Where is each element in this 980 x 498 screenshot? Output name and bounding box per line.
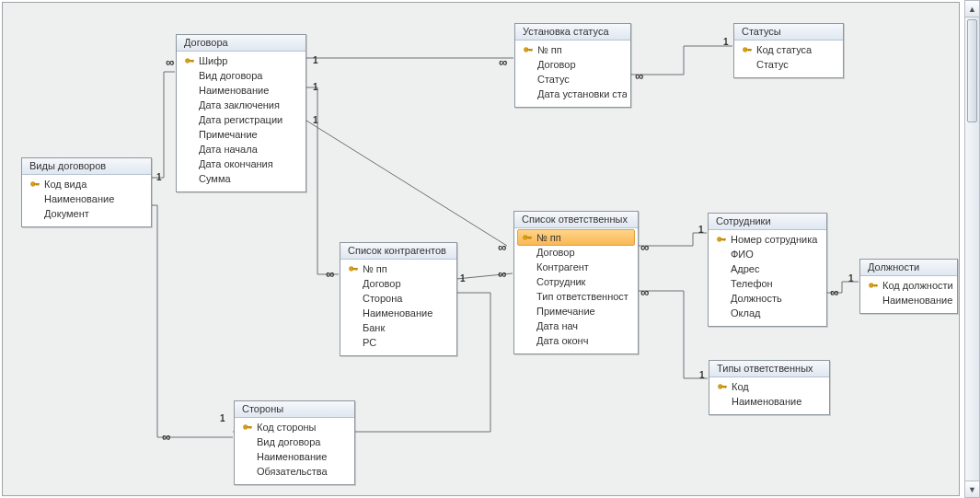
field[interactable]: Дата нач [518,318,634,333]
field[interactable]: Договор [344,276,453,291]
field[interactable]: Наименование [713,394,825,409]
field-pk[interactable]: № пп [344,261,453,276]
field[interactable]: Примечание [180,127,302,142]
table-dogovora[interactable]: ДоговораШифрВид договораНаименованиеДата… [176,34,306,192]
table-title[interactable]: Виды договоров [22,158,151,175]
field[interactable]: Дата регистрации [180,112,302,127]
table-storony[interactable]: СтороныКод стороныВид договораНаименован… [234,400,355,485]
field[interactable]: Сумма [180,171,302,186]
field[interactable]: Сотрудник [518,274,634,289]
vertical-scrollbar[interactable]: ▲ ▼ [964,0,980,498]
field-label: Наименование [732,395,801,408]
field[interactable]: Телефон [712,276,823,291]
table-ustanovka-statusa[interactable]: Установка статуса№ ппДоговорСтатусДата у… [514,23,631,108]
svg-rect-19 [354,268,355,270]
field[interactable]: Наименование [238,449,351,464]
field[interactable]: Оклад [712,306,823,320]
field[interactable]: Договор [519,57,627,72]
table-tipy-otvetstvennyh[interactable]: Типы ответственныхКодНаименование [709,360,830,415]
field[interactable]: Дата оконч [518,333,634,348]
field[interactable]: Наименование [180,83,302,98]
field[interactable]: Дата заключения [180,98,302,112]
field-label: Адрес [731,262,760,275]
svg-rect-38 [725,386,726,388]
svg-rect-14 [750,49,751,51]
cardinality-one: 1 [220,414,225,423]
table-spisok-kontragentov[interactable]: Список контрагентов№ ппДоговорСторонаНаи… [340,242,457,356]
cardinality-many: ∞ [635,72,643,81]
table-title[interactable]: Договора [177,35,306,52]
cardinality-many: ∞ [498,243,506,252]
field[interactable]: Вид договора [180,68,302,83]
table-title[interactable]: Стороны [235,401,354,418]
field-pk[interactable]: Номер сотрудника [712,232,823,247]
cardinality-one: 1 [460,274,466,284]
table-title[interactable]: Сотрудники [709,214,826,230]
field[interactable]: Дата установки стат [519,87,627,101]
field[interactable]: Статус [519,72,627,87]
table-title[interactable]: Установка статуса [515,24,630,41]
field-label: Код статуса [756,43,812,56]
field[interactable]: Наименование [26,191,147,206]
table-sotrudniki[interactable]: СотрудникиНомер сотрудникаФИОАдресТелефо… [708,213,827,327]
field[interactable]: Наименование [344,306,453,320]
field-label: № пп [536,231,561,244]
field-label: Документ [44,207,89,220]
field-pk[interactable]: Шифр [180,53,302,68]
svg-rect-6 [192,60,193,62]
svg-rect-31 [722,238,723,240]
scroll-up-button[interactable]: ▲ [965,1,979,17]
field[interactable]: Контрагент [518,260,634,274]
table-spisok-otvetstvennyh[interactable]: Список ответственных№ ппДоговорКонтраген… [513,211,639,354]
scroll-down-button[interactable]: ▼ [965,481,979,497]
field[interactable]: Тип ответственност [518,289,634,304]
field-pk[interactable]: № пп [517,229,635,246]
svg-rect-26 [530,237,531,238]
field-pk[interactable]: Код [713,379,825,394]
field-pk[interactable]: Код стороны [238,420,351,434]
table-title[interactable]: Типы ответственных [709,361,829,377]
relationships-canvas[interactable]: Виды договоровКод видаНаименованиеДокуме… [2,2,960,496]
table-title[interactable]: Список контрагентов [340,243,456,260]
field[interactable]: Банк [344,320,453,335]
table-field-list: № ппДоговорКонтрагентСотрудникТип ответс… [514,228,638,353]
field-pk[interactable]: № пп [519,42,627,57]
table-title[interactable]: Список ответственных [514,212,638,228]
field[interactable]: Обязательства [238,464,351,479]
field-label: Шифр [199,54,227,67]
field-pk[interactable]: Код должности [864,278,953,293]
field[interactable]: Дата окончания [180,156,302,171]
cardinality-many: ∞ [166,58,174,67]
field[interactable]: Адрес [712,261,823,276]
field-label: Обязательства [257,465,328,478]
field[interactable]: Должность [712,291,823,306]
table-dolzhnosti[interactable]: ДолжностиКод должностиНаименование [859,259,958,314]
field[interactable]: Наименование [864,293,953,307]
field[interactable]: РС [344,335,453,350]
field-pk[interactable]: Код статуса [738,42,839,57]
field-label: Наименование [882,294,952,307]
table-title[interactable]: Должности [860,260,957,276]
field-label: Сумма [199,172,231,185]
field-label: Договор [536,246,575,259]
table-title[interactable]: Статусы [734,24,843,41]
field-label: Оклад [731,307,760,319]
field[interactable]: Дата начала [180,142,302,156]
table-field-list: Номер сотрудникаФИОАдресТелефонДолжность… [709,230,826,326]
field-label: Контрагент [536,261,589,273]
field-label: № пп [537,43,562,56]
scroll-thumb[interactable] [967,19,977,122]
field[interactable]: Документ [26,206,147,221]
field[interactable]: Договор [518,245,634,260]
field-pk[interactable]: Код вида [26,177,147,191]
table-statusy[interactable]: СтатусыКод статусаСтатус [733,23,844,78]
field[interactable]: Вид договора [238,434,351,449]
svg-rect-10 [531,49,532,51]
table-vidy-dogovorov[interactable]: Виды договоровКод видаНаименованиеДокуме… [21,157,152,227]
field-label: № пп [363,262,387,275]
field[interactable]: Сторона [344,291,453,306]
field[interactable]: ФИО [712,247,823,261]
field-label: Статус [756,58,789,71]
field[interactable]: Статус [738,57,839,72]
field[interactable]: Примечание [518,304,634,318]
